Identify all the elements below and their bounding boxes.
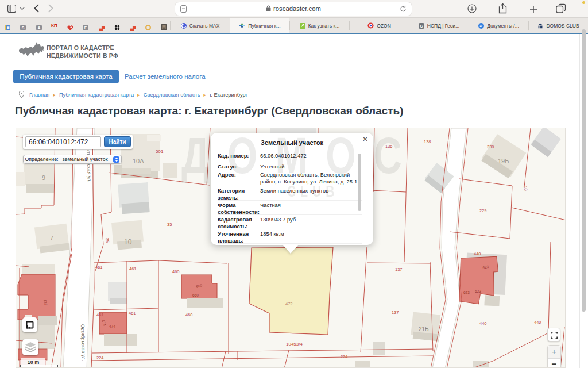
svg-text:230: 230 [487,144,494,150]
svg-text:10: 10 [124,238,132,246]
svg-text:460: 460 [185,312,193,317]
svg-text:S: S [22,26,25,30]
svg-text:660: 660 [192,293,199,297]
svg-text:35: 35 [167,222,172,227]
svg-text:9: 9 [42,174,45,181]
svg-text:461: 461 [129,266,137,271]
svg-text:137: 137 [392,310,399,315]
svg-text:10453/4: 10453/4 [286,342,303,347]
svg-text:10A: 10A [133,158,144,164]
svg-text:7: 7 [50,235,53,241]
svg-text:461: 461 [95,264,103,270]
svg-text:10: 10 [523,186,528,191]
svg-text:21Б: 21Б [419,326,429,332]
svg-text:E: E [84,26,87,30]
svg-text:19Б: 19Б [498,158,509,164]
svg-text:623: 623 [463,290,470,294]
svg-text:461: 461 [96,312,104,317]
svg-text:623: 623 [475,289,481,293]
svg-text:137: 137 [395,267,403,272]
svg-text:461: 461 [129,310,136,316]
svg-text:224: 224 [96,355,104,361]
svg-text:474: 474 [109,324,115,328]
svg-text:35: 35 [105,237,110,243]
svg-text:229: 229 [479,208,487,213]
svg-text:460: 460 [172,269,180,274]
svg-text:440: 440 [474,251,481,256]
svg-text:501: 501 [156,149,164,154]
svg-text:472: 472 [285,301,293,306]
svg-text:440: 440 [479,321,487,326]
svg-text:440: 440 [534,320,541,325]
svg-text:138: 138 [424,139,431,144]
svg-text:224: 224 [341,354,348,359]
svg-text:G: G [420,24,423,28]
svg-text:A: A [38,26,41,30]
